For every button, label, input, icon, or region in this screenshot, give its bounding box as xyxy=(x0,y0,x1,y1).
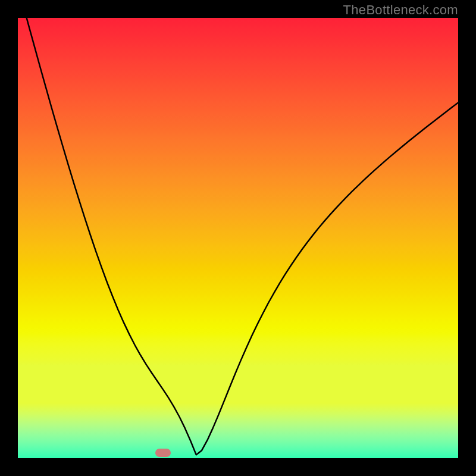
chart-frame: TheBottleneck.com xyxy=(0,0,476,476)
bottleneck-curve xyxy=(18,18,458,458)
watermark-text: TheBottleneck.com xyxy=(343,2,458,18)
plot-area xyxy=(18,18,458,458)
optimal-marker xyxy=(155,449,171,457)
